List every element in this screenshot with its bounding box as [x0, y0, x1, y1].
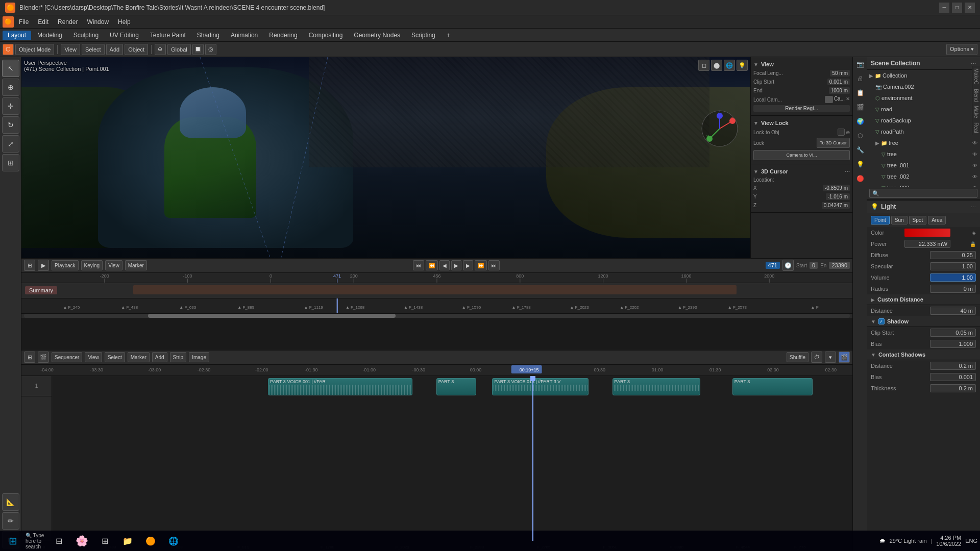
add-menu[interactable]: Add — [106, 44, 124, 55]
taskbar-search[interactable]: 🔍 Type here to search — [26, 532, 46, 550]
menu-window[interactable]: Window — [83, 17, 113, 27]
light-type-point[interactable]: Point — [871, 216, 890, 224]
taskbar-app-explorer[interactable]: 📁 — [117, 532, 138, 550]
prop-icon-view-layer[interactable]: 📋 — [853, 86, 867, 100]
view-lock-header[interactable]: ▼ View Lock — [753, 118, 850, 128]
prop-icon-scene[interactable]: 🎬 — [853, 100, 867, 114]
tab-uv-editing[interactable]: UV Editing — [105, 31, 144, 40]
tab-animation[interactable]: Animation — [226, 31, 263, 40]
keying-button[interactable]: Keying — [81, 260, 103, 270]
viewport-shading-solid[interactable]: ⬤ — [711, 60, 722, 71]
viewport-gizmo[interactable]: X Y Z — [699, 108, 740, 149]
select-tool[interactable]: ↖ — [2, 60, 19, 77]
prop-icon-modifier[interactable]: 🔧 — [853, 143, 867, 157]
taskbar-app-widget[interactable]: ⊞ — [94, 532, 115, 550]
view-menu[interactable]: View — [61, 44, 80, 55]
x-value[interactable]: -0.8509 m — [823, 185, 850, 191]
timeline-scrollbar-thumb[interactable] — [148, 314, 396, 318]
sequencer-dropdown[interactable]: Sequencer — [52, 352, 82, 362]
win-start-button[interactable]: ⊞ — [3, 532, 23, 550]
tab-rendering[interactable]: Rendering — [264, 31, 302, 40]
seq-clip-1[interactable]: PART 3 VOICE.001 | //PAR — [268, 378, 412, 395]
cs-thickness-field[interactable] — [930, 384, 976, 392]
seq-clip-3[interactable]: PART 3 VOICE.015 | //PART 3 V — [492, 378, 588, 395]
tab-shading[interactable]: Shading — [192, 31, 225, 40]
jump-end-button[interactable]: ⏭ — [488, 260, 500, 270]
viewport-shading-render[interactable]: 💡 — [737, 60, 748, 71]
cs-distance-field[interactable] — [930, 362, 976, 370]
tree-eye[interactable]: 👁 — [972, 152, 977, 157]
start-frame[interactable]: 0 — [810, 262, 818, 269]
menu-render[interactable]: Render — [54, 17, 82, 27]
next-frame-button[interactable]: ▶ — [463, 260, 473, 270]
options-button[interactable]: Options ▾ — [946, 44, 977, 55]
cam-close-icon[interactable]: ✕ — [846, 96, 850, 103]
camera-to-vi-button[interactable]: Camera to Vi... — [753, 150, 850, 160]
seq-editor-icon[interactable]: ⊞ — [24, 352, 35, 363]
power-lock-icon[interactable]: 🔒 — [970, 241, 976, 247]
tl-mode-icon[interactable]: ▶ — [38, 260, 49, 271]
collection-item-tree002[interactable]: ▽ tree .002 👁 — [879, 171, 980, 182]
jump-start-button[interactable]: ⏮ — [413, 260, 424, 270]
annotate-tool[interactable]: ✏ — [2, 512, 19, 530]
viewport-shading-material[interactable]: 🌐 — [724, 60, 735, 71]
color-picker-icon[interactable]: ◈ — [972, 230, 976, 236]
move-tool[interactable]: ✛ — [2, 97, 19, 115]
tab-modeling[interactable]: Modeling — [32, 31, 67, 40]
play-button[interactable]: ▶ — [451, 260, 461, 270]
seq-view-button[interactable]: View — [85, 352, 102, 362]
cursor-3d-options-icon[interactable]: ⋯ — [845, 169, 850, 174]
seq-sync-icon[interactable]: ⏱ — [811, 352, 822, 363]
tab-compositing[interactable]: Compositing — [304, 31, 348, 40]
select-menu[interactable]: Select — [82, 44, 105, 55]
transform-icon[interactable]: ⊕ — [155, 44, 166, 55]
close-button[interactable]: ✕ — [965, 3, 975, 13]
tab-add-workspace[interactable]: + — [442, 31, 455, 40]
seq-clip-4[interactable]: PART 3 — [612, 378, 700, 395]
cursor-3d-header[interactable]: ▼ 3D Cursor ⋯ — [753, 167, 850, 176]
view-section-header[interactable]: ▼ View — [753, 60, 850, 69]
prev-keyframe-button[interactable]: ⏪ — [426, 260, 438, 270]
menu-file[interactable]: File — [15, 17, 33, 27]
seq-add-button[interactable]: Add — [152, 352, 167, 362]
seq-marker-button[interactable]: Marker — [128, 352, 150, 362]
scene-collection-options[interactable]: ⋯ — [971, 61, 976, 66]
timeline-scrollbar-track[interactable] — [24, 314, 850, 318]
tree002-eye[interactable]: 👁 — [972, 174, 977, 180]
z-value[interactable]: 0.04247 m — [822, 202, 850, 209]
menu-help[interactable]: Help — [114, 17, 135, 27]
maximize-button[interactable]: □ — [952, 3, 962, 13]
cam-color-swatch[interactable] — [825, 96, 833, 103]
prop-icon-output[interactable]: 🖨 — [853, 71, 867, 86]
light-type-area[interactable]: Area — [928, 216, 946, 224]
collection-item-environment[interactable]: ⬡ environment 👁 — [873, 92, 980, 104]
collection-item-camera[interactable]: 📷 Camera.002 👁 — [873, 81, 980, 92]
scale-tool[interactable]: ⤢ — [2, 135, 19, 153]
seq-clip-5[interactable]: PART 3 — [732, 378, 813, 395]
next-keyframe-button[interactable]: ⏩ — [475, 260, 487, 270]
taskbar-app-chrome[interactable]: 🌐 — [163, 532, 184, 550]
collection-item-tree001[interactable]: ▽ tree .001 👁 — [879, 160, 980, 171]
collection-item-tree003[interactable]: ▽ tree .003 👁 — [879, 182, 980, 187]
render-region-button[interactable]: Render Regi... — [753, 105, 850, 112]
tab-geometry-nodes[interactable]: Geometry Nodes — [349, 31, 405, 40]
snap-icon[interactable]: 🔲 — [192, 44, 204, 55]
lock-to-3d-cursor-button[interactable]: To 3D Cursor — [817, 138, 850, 148]
radius-field[interactable] — [930, 285, 976, 293]
tab-texture-paint[interactable]: Texture Paint — [145, 31, 191, 40]
proportional-edit-icon[interactable]: ◎ — [205, 44, 216, 55]
seq-proxy-icon[interactable]: 🎬 — [839, 352, 850, 363]
specular-field[interactable] — [930, 262, 976, 270]
cs-bias-field[interactable] — [930, 373, 976, 381]
current-frame-display[interactable]: 471 — [766, 262, 780, 269]
object-menu[interactable]: Object — [125, 44, 148, 55]
tl-marker-button[interactable]: Marker — [125, 260, 147, 270]
seq-settings-icon[interactable]: ▾ — [825, 352, 836, 363]
light-type-sun[interactable]: Sun — [891, 216, 908, 224]
viewport[interactable]: User Perspective (471) Scene Collection … — [21, 57, 750, 258]
collection-item-road[interactable]: ▽ road 👁 — [873, 104, 980, 115]
shuffle-button[interactable]: Shuffle — [787, 352, 808, 362]
collection-item-tree-collection[interactable]: ▶ 📁 tree 👁 — [873, 137, 980, 148]
rotate-tool[interactable]: ↻ — [2, 116, 19, 134]
prev-frame-button[interactable]: ◀ — [439, 260, 450, 270]
